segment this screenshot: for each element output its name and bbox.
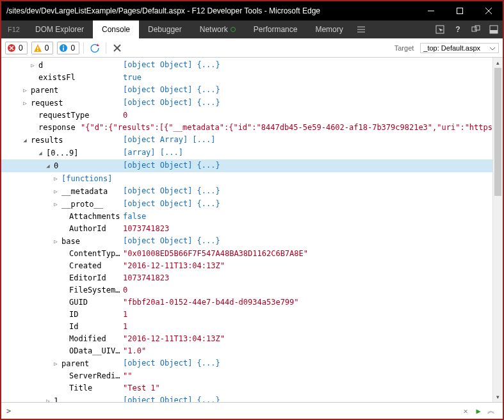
scroll-up-arrow[interactable]: ▴ [493,58,503,68]
tree-row[interactable]: EditorId1073741823 [1,272,492,284]
window-maximize-button[interactable] [445,1,474,20]
chevron-down-icon [489,45,496,53]
expand-toggle-icon[interactable]: ▷ [53,186,59,198]
tree-row[interactable]: GUID"fbbf20a1-0152-44e7-b44d-d0934a53e79… [1,296,492,309]
target-label: Target [394,44,414,52]
property-key: Attachments [69,211,120,223]
tab-dom-explorer[interactable]: DOM Explorer [26,20,93,38]
tree-row[interactable]: AuthorId1073741823 [1,223,492,235]
pick-element-icon[interactable] [431,20,449,38]
property-key: __proto__ [61,198,103,211]
tree-row[interactable]: ◢0[object Object] {...} [1,159,492,172]
target-value: _top: Default.aspx [423,44,480,52]
warnings-count: 0 [45,44,49,52]
vertical-scrollbar[interactable]: ▴ ▾ [492,58,503,402]
tree-row[interactable]: ▷d[object Object] {...} [1,59,492,72]
console-output: ▷d[object Object] {...}existsFltrue▷pare… [1,58,503,402]
console-toolbar: 0 0 0 Target _top: Default.aspx [1,38,503,58]
property-key: [0...9] [46,147,79,159]
info-filter[interactable]: 0 [57,42,79,54]
tree-row[interactable]: ▷parent[object Object] {...} [1,84,492,97]
tree-row[interactable]: ▷__proto__[object Object] {...} [1,198,492,211]
tree-row[interactable]: Title"Test 1" [1,382,492,394]
clear-button[interactable] [110,41,124,55]
tree-row[interactable]: ContentTyp…"0x01008ED5B66F7F547A48BA38D1… [1,248,492,260]
property-key: AuthorId [69,223,106,235]
expand-toggle-icon[interactable]: ◢ [37,147,44,159]
errors-filter[interactable]: 0 [5,42,28,54]
overflow-icon[interactable] [352,20,370,38]
expand-toggle-icon[interactable]: ▷ [53,358,59,370]
warnings-filter[interactable]: 0 [31,42,54,54]
tree-row[interactable]: ◢results[object Array] [...] [1,134,492,147]
expand-toggle-icon[interactable]: ▷ [53,236,59,248]
tree-row[interactable]: ◢[0...9][array] [...] [1,147,492,159]
tree-row[interactable]: ▷base[object Object] {...} [1,235,492,248]
expand-toggle-icon[interactable]: ▷ [22,85,28,97]
property-value: [object Object] {...} [123,198,220,211]
property-value: [object Object] {...} [123,97,220,109]
tree-row[interactable]: existsFltrue [1,72,492,84]
property-value: [object Object] {...} [123,84,220,97]
tree-row[interactable]: FileSystem…0 [1,284,492,296]
target-select[interactable]: _top: Default.aspx [420,43,499,53]
expand-toggle-icon[interactable]: ◢ [22,134,28,147]
window-close-button[interactable] [474,1,503,20]
run-icon[interactable]: ▶ [472,407,485,416]
property-value: "fbbf20a1-0152-44e7-b44d-d0934a53e799" [123,296,299,309]
property-key: requestType [38,109,89,122]
scroll-down-arrow[interactable]: ▾ [493,392,503,402]
error-icon [7,44,16,52]
tree-row[interactable]: ▷request[object Object] {...} [1,97,492,109]
property-value: true [123,72,142,84]
property-key: existsFl [38,72,76,84]
tree-row[interactable]: Modified"2016-12-11T13:04:13Z" [1,333,492,345]
expand-toggle-icon[interactable]: ◢ [45,160,51,172]
console-input-bar[interactable]: > ✕ ▶ ︽ [1,402,503,419]
tab-performance[interactable]: Performance [245,20,307,38]
property-value: "Test 1" [123,382,160,394]
tree-row[interactable]: Attachmentsfalse [1,211,492,223]
expand-toggle-icon[interactable]: ▷ [29,60,36,72]
tree-row[interactable]: ▷parent[object Object] {...} [1,357,492,370]
tree-row[interactable]: ServerRedi…"" [1,370,492,382]
tree-row[interactable]: response"{"d":{"results":[{"__metadata":… [1,122,492,134]
property-key: ServerRedi… [69,370,120,382]
clear-input-icon[interactable]: ✕ [459,407,472,416]
object-tree[interactable]: ▷d[object Object] {...}existsFltrue▷pare… [1,58,492,402]
tree-row[interactable]: ▷__metadata[object Object] {...} [1,185,492,198]
record-icon [231,27,236,32]
tree-row[interactable]: requestType0 [1,109,492,122]
multiline-toggle-icon[interactable]: ︽ [485,405,498,416]
tree-row[interactable]: ▷1[object Object] {...} [1,394,492,402]
tab-console[interactable]: Console [93,20,139,38]
dock-icon[interactable] [485,20,503,38]
refresh-button[interactable] [88,41,102,55]
undock-icon[interactable] [467,20,485,38]
tree-row[interactable]: ID1 [1,309,492,321]
separator [83,42,84,54]
tab-network[interactable]: Network [191,20,245,38]
expand-toggle-icon[interactable]: ▷ [22,97,28,109]
tree-row[interactable]: OData__UIV…"1.0" [1,345,492,357]
help-icon[interactable]: ? [449,20,467,38]
tab-debugger[interactable]: Debugger [139,20,191,38]
property-key: 1 [54,395,58,403]
tree-row[interactable]: ▷[functions] [1,172,492,185]
property-key: EditorId [69,272,106,284]
scroll-thumb[interactable] [494,68,501,196]
property-value: "2016-12-11T13:04:13Z" [123,260,225,272]
svg-point-18 [37,50,38,51]
tree-row[interactable]: Id1 [1,321,492,333]
property-key: Title [69,382,92,394]
expand-toggle-icon[interactable]: ▷ [53,198,59,211]
property-value: false [123,211,146,223]
tree-row[interactable]: Created"2016-12-11T13:04:13Z" [1,260,492,272]
expand-toggle-icon[interactable]: ▷ [45,395,51,402]
window-minimize-button[interactable] [416,1,445,20]
expand-toggle-icon[interactable]: ▷ [53,173,59,185]
tab-memory[interactable]: Memory [306,20,352,38]
property-key: 0 [54,160,58,172]
property-key: ContentTyp… [69,248,120,260]
property-key: GUID [69,296,88,309]
